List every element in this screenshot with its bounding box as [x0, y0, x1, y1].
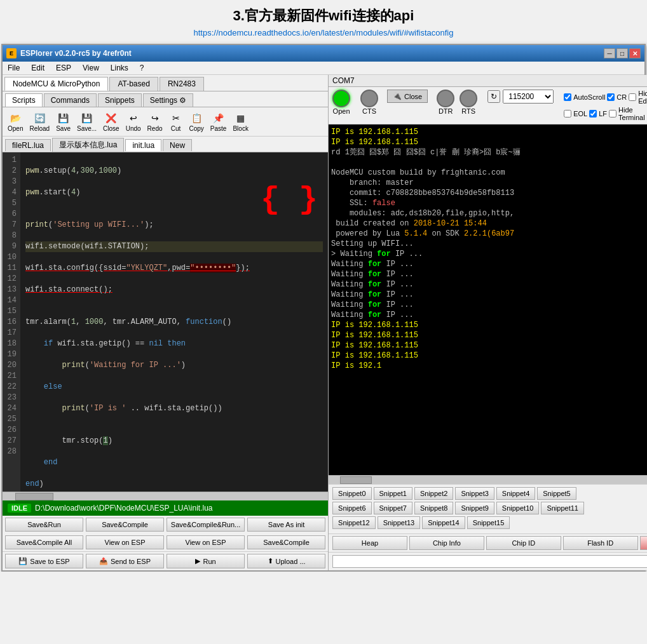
window-title: ESPlorer v0.2.0-rc5 by 4refr0nt: [20, 49, 132, 58]
snippet1-button[interactable]: Snippet1: [374, 487, 412, 500]
baud-refresh-row: ↻ 115200 9600 57600: [487, 90, 554, 104]
snippet4-button[interactable]: Snippet4: [496, 487, 535, 500]
menu-links[interactable]: Links: [108, 63, 131, 73]
toolbar-block-btn[interactable]: ▦ Block: [230, 110, 250, 133]
toolbar-open-btn[interactable]: 📂 Open: [5, 110, 25, 133]
app-window: E ESPlorer v0.2.0-rc5 by 4refr0nt ─ □ ✕ …: [1, 44, 646, 572]
menu-view[interactable]: View: [80, 63, 102, 73]
send-to-esp-button[interactable]: 📤 Send to ESP: [86, 554, 164, 568]
snippet10-button[interactable]: Snippet10: [496, 502, 540, 514]
dtr-button[interactable]: DTR: [437, 90, 454, 115]
file-tab-new[interactable]: New: [163, 139, 192, 151]
snippet8-button[interactable]: Snippet8: [414, 502, 453, 514]
terminal-line-14: Waiting for IP ...: [331, 259, 647, 269]
tab-snippets[interactable]: Snippets: [98, 93, 142, 107]
toolbar-paste-btn[interactable]: 📌 Paste: [208, 110, 229, 133]
file-tab-version[interactable]: 显示版本信息.lua: [52, 138, 124, 152]
reset-button[interactable]: ⏻ Reset: [640, 536, 647, 550]
autoscroll-checkbox[interactable]: [564, 93, 571, 101]
terminal-h-scrollbar[interactable]: [329, 475, 647, 484]
snippet0-button[interactable]: Snippet0: [332, 487, 371, 500]
toolbar-redo-btn[interactable]: ↪ Redo: [145, 110, 165, 133]
baud-area: DTR RTS: [437, 90, 477, 115]
code-area[interactable]: 12345 678910 1112131415 1617181920 21222…: [3, 152, 328, 492]
terminal-line-23: IP is 192.168.1.115: [331, 351, 647, 361]
tab-nodemcu[interactable]: NodeMCU & MicroPython: [4, 77, 108, 91]
terminal-line-19: Waiting for IP ...: [331, 310, 647, 320]
save-compile-run-button[interactable]: Save&Compile&Run...: [167, 518, 245, 532]
toolbar-copy-btn[interactable]: 📋 Copy: [187, 110, 207, 133]
toolbar-cut-btn[interactable]: ✂ Cut: [167, 110, 186, 133]
menu-help[interactable]: ?: [137, 63, 147, 73]
view-on-esp-button2[interactable]: View on ESP: [167, 535, 245, 549]
snippet3-button[interactable]: Snippet3: [455, 487, 494, 500]
toolbar-reload-btn[interactable]: 🔄 Reload: [27, 110, 52, 133]
save-compile-all-button[interactable]: Save&Compile All: [5, 535, 83, 549]
file-tab-init[interactable]: init.lua: [125, 139, 161, 151]
tab-commands[interactable]: Commands: [44, 93, 97, 107]
line-numbers: 12345 678910 1112131415 1617181920 21222…: [3, 152, 20, 492]
tab-scripts[interactable]: Scripts: [5, 93, 43, 107]
snippet13-button[interactable]: Snippet13: [378, 516, 421, 529]
open-serial-button[interactable]: Open: [332, 90, 350, 115]
run-button[interactable]: ▶ Run: [167, 554, 245, 568]
upload-button[interactable]: ⬆ Upload ...: [247, 554, 325, 568]
tab-rn2483[interactable]: RN2483: [160, 77, 204, 91]
horizontal-scrollbar[interactable]: [3, 492, 328, 500]
heap-button[interactable]: Heap: [332, 536, 407, 550]
title-bar: E ESPlorer v0.2.0-rc5 by 4refr0nt ─ □ ✕: [3, 45, 644, 62]
file-tab-filerl[interactable]: fileRL.lua: [5, 139, 51, 151]
baud-rate-select[interactable]: 115200 9600 57600: [503, 90, 554, 104]
cr-checkbox[interactable]: [607, 93, 615, 101]
eol-checkbox[interactable]: [564, 110, 571, 117]
send-input[interactable]: [332, 555, 647, 568]
snippet-area: Snippet0 Snippet1 Snippet2 Snippet3 Snip…: [329, 484, 647, 533]
tab-settings[interactable]: Settings ⚙: [143, 93, 194, 107]
save-compile-button2[interactable]: Save&Compile: [247, 535, 325, 549]
lf-checkbox[interactable]: [589, 110, 597, 117]
view-on-esp-button1[interactable]: View on ESP: [86, 535, 164, 549]
page-link[interactable]: https://nodemcu.readthedocs.io/en/latest…: [193, 28, 453, 37]
toolbar-undo-btn[interactable]: ↩ Undo: [123, 110, 144, 133]
chip-id-button[interactable]: Chip ID: [486, 536, 561, 550]
snippet14-button[interactable]: Snippet14: [422, 516, 465, 529]
menu-file[interactable]: File: [5, 63, 22, 73]
menu-esp[interactable]: ESP: [53, 63, 74, 73]
terminal-line-12: Setting up WIFI...: [331, 239, 647, 249]
toolbar-save-btn[interactable]: 💾 Save: [53, 110, 73, 133]
baud-section: ↻ 115200 9600 57600: [487, 90, 554, 104]
toolbar-saveas-btn[interactable]: 💾 Save...: [74, 110, 99, 133]
hide-terminal-checkbox[interactable]: [609, 110, 616, 117]
snippet11-button[interactable]: Snippet11: [541, 502, 584, 514]
toolbar-close-btn[interactable]: ❌ Close: [100, 110, 122, 133]
snippet6-button[interactable]: Snippet6: [332, 502, 371, 514]
tab-at-based[interactable]: AT-based: [109, 77, 158, 91]
code-editor[interactable]: pwm.setup(4,300,1000) pwm.start(4) print…: [20, 152, 328, 492]
minimize-button[interactable]: ─: [604, 48, 615, 58]
reload-icon: 🔄: [32, 111, 46, 125]
snippet15-button[interactable]: Snippet15: [467, 516, 510, 529]
menu-edit[interactable]: Edit: [29, 63, 47, 73]
snippet5-button[interactable]: Snippet5: [537, 487, 576, 500]
save-icon: 💾: [57, 111, 71, 125]
chip-info-button[interactable]: Chip Info: [409, 536, 484, 550]
rts-button[interactable]: RTS: [460, 90, 477, 115]
save-to-esp-button[interactable]: 💾 Save to ESP: [5, 554, 83, 568]
close-button[interactable]: ✕: [629, 48, 641, 58]
snippet7-button[interactable]: Snippet7: [374, 502, 412, 514]
save-compile-button[interactable]: Save&Compile: [86, 518, 164, 532]
snippet2-button[interactable]: Snippet2: [414, 487, 453, 500]
baud-refresh-button[interactable]: ↻: [487, 90, 500, 103]
snippet12-button[interactable]: Snippet12: [332, 516, 376, 529]
hide-editor-checkbox[interactable]: [629, 93, 636, 101]
cts-button[interactable]: CTS: [360, 90, 378, 115]
close-serial-button[interactable]: 🔌 Close: [387, 90, 428, 103]
status-path: D:\Download\work\DPF\NodeMCU\ESP_LUA\ini…: [35, 504, 212, 513]
snippet9-button[interactable]: Snippet9: [455, 502, 494, 514]
maximize-button[interactable]: □: [616, 48, 628, 58]
terminal-line-10: build created on 2018-10-21 15:44: [331, 218, 647, 229]
save-as-init-button[interactable]: Save As init: [247, 518, 325, 532]
save-run-button[interactable]: Save&Run: [5, 518, 83, 532]
file-tab-bar: fileRL.lua 显示版本信息.lua init.lua New: [3, 137, 328, 152]
flash-id-button[interactable]: Flash ID: [563, 536, 638, 550]
